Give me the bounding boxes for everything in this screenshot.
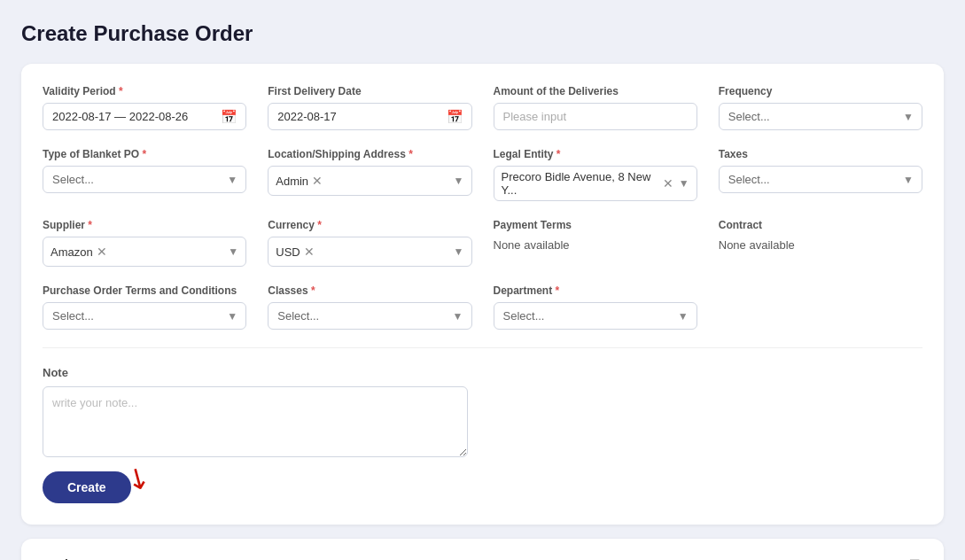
validity-period-field: Validity Period * 📅	[43, 85, 246, 130]
currency-chevron-icon: ▼	[454, 245, 464, 258]
currency-tag: USD ✕	[276, 245, 314, 259]
taxes-field: Taxes Select... ▼	[719, 148, 922, 201]
contract-label: Contract	[719, 219, 922, 231]
validity-period-input-wrapper[interactable]: 📅	[43, 103, 246, 130]
classes-field: Classes * Select... ▼	[268, 284, 471, 330]
supplier-tag: Amazon ✕	[51, 245, 107, 259]
first-delivery-date-input[interactable]	[268, 103, 471, 130]
button-row: Create ↘	[43, 457, 131, 503]
note-section: Note	[43, 366, 922, 457]
location-field: Location/Shipping Address * Admin ✕ ▼	[268, 148, 471, 201]
legal-entity-chevron-icon: ▼	[679, 177, 689, 190]
type-blanket-po-select[interactable]: Select...	[43, 166, 246, 193]
type-blanket-po-field: Type of Blanket PO * Select... ▼	[43, 148, 246, 201]
exchange-rate-section[interactable]: Exchange Rate ▼	[21, 539, 944, 560]
currency-label: Currency *	[268, 219, 471, 231]
type-blanket-po-label: Type of Blanket PO *	[43, 148, 246, 160]
supplier-label: Supplier *	[43, 219, 246, 231]
payment-terms-value: None available	[494, 237, 697, 253]
first-delivery-date-label: First Delivery Date	[268, 85, 471, 97]
contract-field: Contract None available	[719, 219, 922, 267]
legal-entity-tag-close[interactable]: ✕	[663, 177, 673, 190]
currency-field: Currency * USD ✕ ▼	[268, 219, 471, 267]
frequency-field: Frequency Select... ▼	[719, 85, 922, 130]
payment-terms-field: Payment Terms None available	[494, 219, 697, 267]
create-button[interactable]: Create	[43, 471, 131, 503]
note-label: Note	[43, 366, 922, 379]
supplier-chevron-icon: ▼	[228, 245, 238, 258]
legal-entity-tag: Precoro Bidle Avenue, 8 New Y... ✕	[502, 170, 673, 197]
department-select[interactable]: Select...	[494, 302, 697, 330]
exchange-rate-title: Exchange Rate	[43, 557, 131, 561]
po-terms-select[interactable]: Select...	[43, 302, 246, 330]
form-grid: Validity Period * 📅 First Delivery Date …	[43, 85, 922, 330]
amount-deliveries-field: Amount of the Deliveries	[494, 85, 697, 130]
type-blanket-po-select-wrapper[interactable]: Select... ▼	[43, 166, 246, 193]
note-textarea[interactable]	[43, 386, 468, 457]
page-title: Create Purchase Order	[21, 21, 944, 46]
legal-entity-tag-input[interactable]: Precoro Bidle Avenue, 8 New Y... ✕ ▼	[494, 166, 697, 201]
first-delivery-date-field: First Delivery Date 📅	[268, 85, 471, 130]
validity-period-label: Validity Period *	[43, 85, 246, 97]
department-select-wrapper[interactable]: Select... ▼	[494, 302, 697, 330]
classes-select[interactable]: Select...	[268, 302, 471, 330]
frequency-label: Frequency	[719, 85, 922, 97]
legal-entity-field: Legal Entity * Precoro Bidle Avenue, 8 N…	[494, 148, 697, 201]
supplier-tag-close[interactable]: ✕	[97, 245, 107, 258]
location-tag-input[interactable]: Admin ✕ ▼	[268, 166, 471, 196]
location-tag: Admin ✕	[276, 175, 323, 188]
location-chevron-icon: ▼	[454, 175, 464, 187]
payment-terms-label: Payment Terms	[494, 219, 697, 231]
exchange-rate-chevron-icon: ▼	[907, 555, 922, 560]
classes-select-wrapper[interactable]: Select... ▼	[268, 302, 471, 330]
classes-label: Classes *	[268, 284, 471, 297]
contract-value: None available	[719, 237, 922, 253]
create-purchase-order-form: Validity Period * 📅 First Delivery Date …	[21, 64, 944, 525]
po-terms-field: Purchase Order Terms and Conditions Sele…	[43, 284, 246, 330]
supplier-tag-input[interactable]: Amazon ✕ ▼	[43, 237, 246, 267]
location-label: Location/Shipping Address *	[268, 148, 471, 160]
department-field: Department * Select... ▼	[494, 284, 697, 330]
department-label: Department *	[494, 284, 697, 297]
legal-entity-label: Legal Entity *	[494, 148, 697, 160]
currency-tag-input[interactable]: USD ✕ ▼	[268, 237, 471, 267]
frequency-select-wrapper[interactable]: Select... ▼	[719, 103, 922, 130]
currency-tag-close[interactable]: ✕	[304, 245, 315, 258]
frequency-select[interactable]: Select...	[719, 103, 922, 130]
amount-deliveries-label: Amount of the Deliveries	[494, 85, 697, 97]
taxes-label: Taxes	[719, 148, 922, 160]
supplier-field: Supplier * Amazon ✕ ▼	[43, 219, 246, 267]
amount-deliveries-input[interactable]	[494, 103, 697, 130]
taxes-select-wrapper[interactable]: Select... ▼	[719, 166, 922, 193]
po-terms-select-wrapper[interactable]: Select... ▼	[43, 302, 246, 330]
validity-period-input[interactable]	[43, 103, 246, 130]
po-terms-label: Purchase Order Terms and Conditions	[43, 284, 246, 297]
form-divider	[43, 347, 922, 348]
taxes-select[interactable]: Select...	[719, 166, 922, 193]
first-delivery-date-input-wrapper[interactable]: 📅	[268, 103, 471, 130]
location-tag-close[interactable]: ✕	[312, 175, 323, 187]
